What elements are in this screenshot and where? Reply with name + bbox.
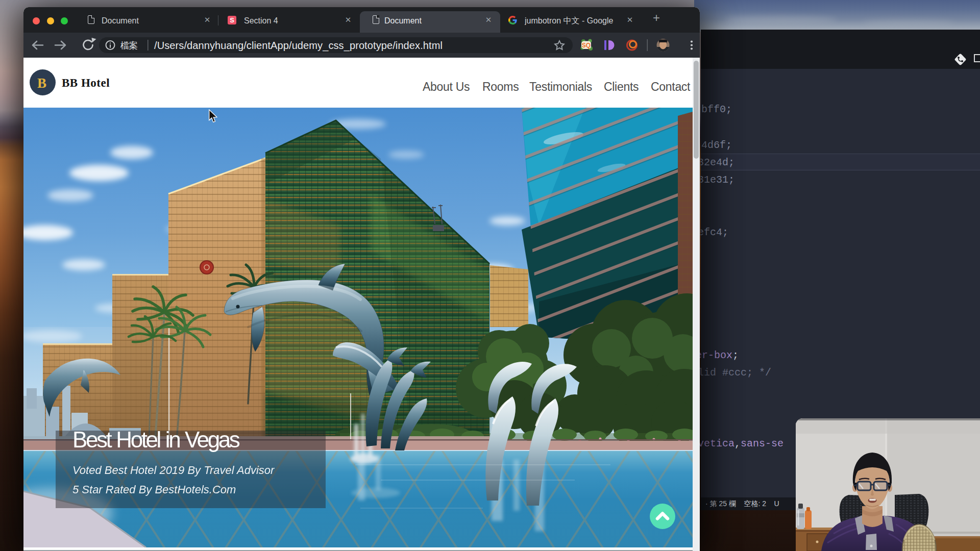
svg-text:SQ: SQ [582, 42, 591, 49]
